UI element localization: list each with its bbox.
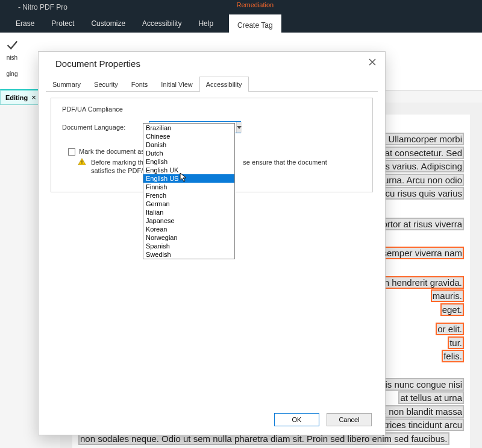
dialog-titlebar: Document Properties bbox=[39, 52, 385, 74]
language-label: Document Language: bbox=[62, 124, 134, 131]
dropdown-item[interactable]: Chinese bbox=[143, 132, 234, 140]
dialog-title: Document Properties bbox=[55, 58, 140, 69]
editing-tab[interactable]: Editing × bbox=[0, 89, 42, 105]
dropdown-item[interactable]: Korean bbox=[143, 225, 234, 233]
ribbon: - Nitro PDF Pro Erase Protect Customize … bbox=[0, 0, 482, 33]
combobox-button[interactable] bbox=[236, 122, 242, 133]
ribbon-tab-erase[interactable]: Erase bbox=[12, 14, 38, 33]
text-fragment[interactable]: tortor at risus viverra bbox=[378, 218, 464, 230]
toolbar-label-1: nish bbox=[5, 54, 19, 61]
dropdown-item[interactable]: French bbox=[143, 191, 234, 200]
text-fragment[interactable]: or elit. bbox=[436, 323, 464, 335]
cancel-button[interactable]: Cancel bbox=[327, 413, 372, 426]
dropdown-item[interactable]: Brazilian bbox=[143, 124, 234, 132]
dialog-buttons: OK Cancel bbox=[39, 405, 385, 435]
ribbon-supertab-label: Remediation bbox=[229, 1, 281, 8]
ribbon-tab-customize[interactable]: Customize bbox=[87, 14, 129, 33]
tab-summary[interactable]: Summary bbox=[46, 77, 87, 92]
ribbon-tab-help[interactable]: Help bbox=[195, 14, 217, 33]
text-fragment[interactable]: at tellus at urna bbox=[398, 391, 464, 404]
tab-security[interactable]: Security bbox=[87, 77, 125, 92]
dialog-tabstrip: Summary Security Fonts Initial View Acce… bbox=[46, 76, 378, 92]
dropdown-item[interactable]: German bbox=[143, 200, 234, 208]
panel-title: PDF/UA Compliance bbox=[62, 106, 362, 113]
tab-fonts[interactable]: Fonts bbox=[125, 77, 155, 92]
text-fragment[interactable]: urna. Arcu non odio bbox=[382, 174, 464, 186]
text-fragment[interactable]: mauris. bbox=[431, 289, 464, 302]
editing-tab-label: Editing bbox=[5, 94, 28, 101]
ribbon-tab-create-tag[interactable]: Create Tag bbox=[229, 14, 281, 33]
ribbon-tab-protect[interactable]: Protect bbox=[48, 14, 78, 33]
dropdown-item[interactable]: Norwegian bbox=[143, 233, 234, 242]
ribbon-tab-accessibility[interactable]: Accessibility bbox=[139, 14, 185, 33]
close-icon bbox=[368, 58, 377, 66]
svg-rect-1 bbox=[81, 163, 82, 164]
tagging-button[interactable]: ging bbox=[7, 71, 18, 77]
toolbar-label-2: ging bbox=[7, 71, 18, 77]
text-fragment[interactable]: eget. bbox=[440, 303, 464, 316]
dropdown-item[interactable]: English bbox=[143, 157, 234, 166]
check-icon bbox=[5, 39, 19, 52]
dropdown-item[interactable]: Swedish bbox=[143, 250, 234, 259]
app-title: - Nitro PDF Pro bbox=[18, 3, 67, 11]
mark-pdfua-checkbox[interactable] bbox=[68, 148, 75, 156]
text-fragment[interactable]: felis. bbox=[442, 350, 464, 362]
text-fragment[interactable]: r. Ullamcorper morbi bbox=[379, 133, 464, 145]
dropdown-item[interactable]: Dutch bbox=[143, 149, 234, 157]
tab-accessibility[interactable]: Accessibility bbox=[199, 77, 249, 92]
ok-button[interactable]: OK bbox=[274, 413, 319, 426]
finish-button[interactable]: nish bbox=[5, 39, 19, 61]
warn-part2: se ensure that the document bbox=[243, 159, 327, 166]
toolbar-left: nish ging bbox=[0, 33, 24, 90]
warning-icon bbox=[78, 158, 86, 165]
dropdown-item[interactable]: Italian bbox=[143, 208, 234, 216]
chevron-down-icon bbox=[237, 126, 242, 129]
editing-tab-close[interactable]: × bbox=[31, 93, 36, 102]
dropdown-item[interactable]: Spanish bbox=[143, 242, 234, 250]
language-dropdown-list[interactable]: BrazilianChineseDanishDutchEnglishEnglis… bbox=[143, 123, 235, 259]
ribbon-tabs: Erase Protect Customize Accessibility He… bbox=[0, 14, 482, 33]
dialog-close-button[interactable] bbox=[368, 58, 377, 69]
dropdown-item[interactable]: Finnish bbox=[143, 183, 234, 191]
ribbon-tab-group-remediation: Remediation Create Tag bbox=[229, 14, 281, 33]
dropdown-item[interactable]: Danish bbox=[143, 140, 234, 149]
tab-initial-view[interactable]: Initial View bbox=[154, 77, 199, 92]
text-fragment[interactable]: tur. bbox=[448, 336, 464, 349]
dropdown-item[interactable]: Japanese bbox=[143, 216, 234, 225]
cursor-icon bbox=[180, 172, 189, 182]
svg-rect-0 bbox=[81, 160, 82, 162]
